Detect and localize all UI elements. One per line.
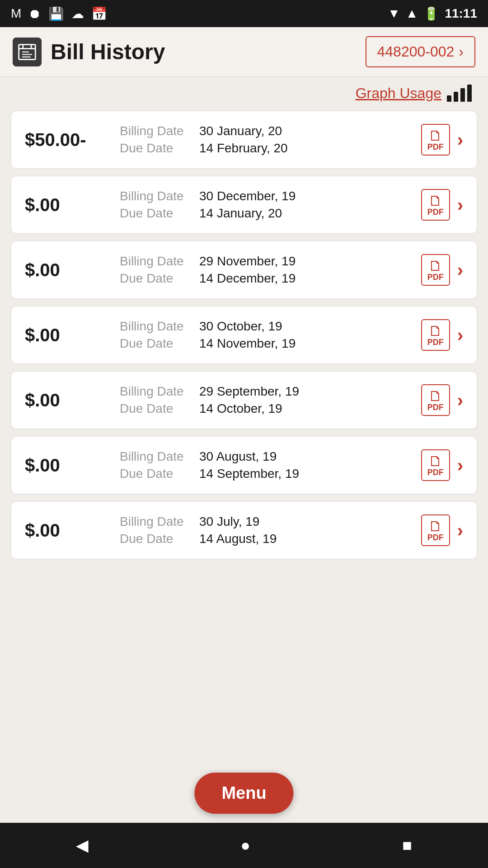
due-date-value: 14 November, 19 [199, 336, 296, 351]
due-date-row: Due Date 14 November, 19 [120, 336, 412, 351]
bill-amount: $.00 [25, 260, 111, 280]
due-date-value: 14 December, 19 [199, 271, 296, 286]
pdf-label: PDF [427, 403, 444, 411]
bill-card[interactable]: $50.00- Billing Date 30 January, 20 Due … [11, 111, 477, 169]
pdf-label: PDF [427, 273, 444, 281]
pdf-document-symbol: 🗋 [428, 454, 443, 468]
account-chevron-icon: › [459, 43, 464, 60]
pdf-icon[interactable]: 🗋 PDF [421, 189, 450, 221]
back-button[interactable]: ◀ [67, 827, 98, 864]
due-date-value: 14 October, 19 [199, 401, 282, 416]
billing-date-label: Billing Date [120, 319, 192, 334]
due-date-row: Due Date 14 August, 19 [120, 532, 412, 546]
bill-dates: Billing Date 30 October, 19 Due Date 14 … [111, 319, 421, 351]
graph-usage-bar: Graph Usage [0, 77, 488, 106]
pdf-label: PDF [427, 338, 444, 346]
pdf-icon[interactable]: 🗋 PDF [421, 124, 450, 156]
pdf-icon[interactable]: 🗋 PDF [421, 254, 450, 286]
home-button[interactable]: ● [231, 827, 259, 864]
billing-date-value: 30 January, 20 [199, 124, 282, 138]
billing-date-label: Billing Date [120, 514, 192, 529]
bill-dates: Billing Date 30 January, 20 Due Date 14 … [111, 124, 421, 156]
billing-date-value: 30 July, 19 [199, 514, 259, 529]
pdf-document-symbol: 🗋 [428, 389, 443, 403]
bill-actions: 🗋 PDF › [421, 189, 463, 221]
pdf-document-symbol: 🗋 [428, 519, 443, 533]
chevron-right-icon[interactable]: › [457, 455, 463, 476]
due-date-label: Due Date [120, 401, 192, 416]
status-bar: M ⏺ 💾 ☁ 📅 ▼ ▲ 🔋 11:11 [0, 0, 488, 27]
menu-container: Menu [194, 773, 293, 814]
account-number: 448200-002 [377, 43, 455, 60]
menu-button[interactable]: Menu [194, 773, 293, 814]
chevron-right-icon[interactable]: › [457, 130, 463, 150]
pdf-icon[interactable]: 🗋 PDF [421, 384, 450, 416]
pdf-document-symbol: 🗋 [428, 324, 443, 338]
billing-date-row: Billing Date 29 September, 19 [120, 384, 412, 399]
billing-date-label: Billing Date [120, 254, 192, 269]
billing-date-value: 29 September, 19 [199, 384, 299, 399]
bill-dates: Billing Date 30 December, 19 Due Date 14… [111, 189, 421, 221]
bill-card[interactable]: $.00 Billing Date 30 July, 19 Due Date 1… [11, 501, 477, 559]
app-icon [13, 38, 42, 66]
pdf-document-symbol: 🗋 [428, 259, 443, 273]
bill-dates: Billing Date 29 November, 19 Due Date 14… [111, 254, 421, 286]
billing-date-row: Billing Date 30 July, 19 [120, 514, 412, 529]
bill-amount: $.00 [25, 455, 111, 476]
chevron-right-icon[interactable]: › [457, 195, 463, 215]
due-date-label: Due Date [120, 206, 192, 221]
chevron-right-icon[interactable]: › [457, 520, 463, 541]
bill-card[interactable]: $.00 Billing Date 29 November, 19 Due Da… [11, 241, 477, 299]
bottom-nav: ◀ ● ■ [0, 823, 488, 868]
graph-usage-link[interactable]: Graph Usage [356, 85, 441, 102]
account-button[interactable]: 448200-002 › [366, 36, 475, 67]
pdf-label: PDF [427, 468, 444, 476]
bill-card[interactable]: $.00 Billing Date 30 August, 19 Due Date… [11, 436, 477, 494]
due-date-label: Due Date [120, 336, 192, 351]
pdf-icon[interactable]: 🗋 PDF [421, 449, 450, 481]
pdf-document-symbol: 🗋 [428, 193, 443, 208]
status-icons-left: M ⏺ 💾 ☁ 📅 [11, 6, 107, 21]
bar-2 [454, 92, 458, 102]
billing-date-row: Billing Date 30 January, 20 [120, 124, 412, 138]
bar-chart-icon [447, 85, 472, 102]
wifi-icon: ▼ [388, 6, 400, 21]
billing-date-label: Billing Date [120, 384, 192, 399]
battery-icon: 🔋 [423, 6, 439, 21]
billing-date-row: Billing Date 30 August, 19 [120, 449, 412, 464]
bill-list: $50.00- Billing Date 30 January, 20 Due … [0, 106, 488, 868]
due-date-row: Due Date 14 January, 20 [120, 206, 412, 221]
bill-actions: 🗋 PDF › [421, 514, 463, 546]
billing-date-label: Billing Date [120, 124, 192, 138]
app-header: Bill History 448200-002 › [0, 27, 488, 77]
due-date-row: Due Date 14 September, 19 [120, 467, 412, 481]
bar-1 [447, 95, 451, 102]
billing-date-row: Billing Date 30 October, 19 [120, 319, 412, 334]
recent-button[interactable]: ■ [393, 827, 421, 864]
gmail-icon: M [11, 6, 21, 21]
bill-card[interactable]: $.00 Billing Date 30 December, 19 Due Da… [11, 176, 477, 234]
due-date-label: Due Date [120, 467, 192, 481]
due-date-value: 14 September, 19 [199, 467, 299, 481]
header-left: Bill History [13, 38, 165, 66]
time: 11:11 [445, 6, 477, 21]
cloud-icon: ☁ [71, 6, 84, 21]
signal-icon: ▲ [406, 6, 418, 21]
billing-date-row: Billing Date 30 December, 19 [120, 189, 412, 203]
bill-amount: $.00 [25, 325, 111, 345]
chevron-right-icon[interactable]: › [457, 390, 463, 410]
due-date-label: Due Date [120, 271, 192, 286]
due-date-row: Due Date 14 October, 19 [120, 401, 412, 416]
bill-card[interactable]: $.00 Billing Date 29 September, 19 Due D… [11, 371, 477, 429]
billing-date-value: 30 December, 19 [199, 189, 296, 203]
billing-date-value: 29 November, 19 [199, 254, 296, 269]
pdf-icon[interactable]: 🗋 PDF [421, 514, 450, 546]
due-date-row: Due Date 14 December, 19 [120, 271, 412, 286]
chevron-right-icon[interactable]: › [457, 325, 463, 345]
due-date-value: 14 February, 20 [199, 141, 288, 156]
pdf-icon[interactable]: 🗋 PDF [421, 319, 450, 351]
bill-card[interactable]: $.00 Billing Date 30 October, 19 Due Dat… [11, 306, 477, 364]
chevron-right-icon[interactable]: › [457, 260, 463, 280]
calendar-icon: 📅 [91, 6, 107, 21]
due-date-value: 14 August, 19 [199, 532, 277, 546]
